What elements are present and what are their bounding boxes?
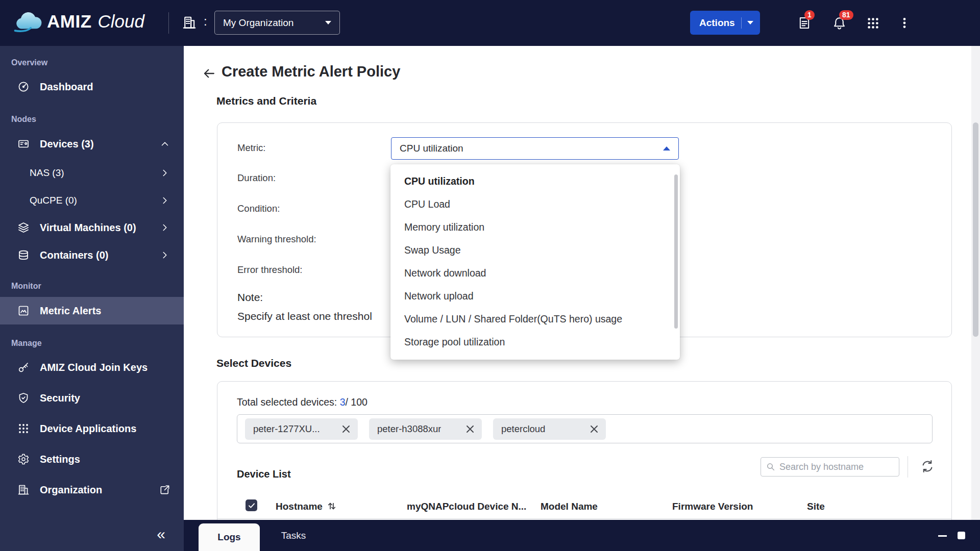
dropdown-option[interactable]: CPU Load — [390, 193, 680, 216]
device-chip: peter-h3088xur — [369, 418, 482, 440]
metric-dropdown-menu: CPU utilization CPU Load Memory utilizat… — [390, 164, 680, 360]
dropdown-scrollbar-thumb[interactable] — [674, 174, 678, 329]
top-bar: AMIZCloud : My Organization Actions 1 81 — [0, 0, 980, 46]
chip-remove-icon[interactable] — [589, 424, 599, 434]
sidebar-section-manage: Manage — [11, 339, 42, 348]
sidebar-item-devices[interactable]: Devices (3) — [0, 131, 184, 157]
dropdown-option[interactable]: CPU utilization — [390, 170, 680, 193]
sort-icon[interactable] — [326, 500, 338, 512]
more-menu-button[interactable] — [894, 13, 915, 33]
metric-select[interactable]: CPU utilization — [391, 137, 679, 160]
containers-icon — [17, 249, 30, 261]
key-icon — [17, 361, 30, 373]
notifications-badge: 81 — [839, 10, 853, 20]
sidebar-item-settings[interactable]: Settings — [0, 446, 184, 472]
bottom-panel: Logs Tasks — [184, 520, 980, 551]
hostname-search[interactable] — [761, 457, 899, 477]
expand-panel-button[interactable] — [958, 532, 965, 539]
apps-grid-icon — [866, 16, 880, 30]
note-text: Specify at least one threshol — [237, 310, 391, 322]
dropdown-option[interactable]: Swap Usage — [390, 239, 680, 262]
sidebar-item-nas[interactable]: NAS (3) — [0, 160, 184, 186]
device-chip-label: peter-1277XU... — [253, 423, 320, 435]
sidebar: Overview Dashboard Nodes Devices (3) NAS… — [0, 46, 184, 551]
cloud-logo-icon — [12, 10, 42, 33]
page-title: Create Metric Alert Policy — [222, 63, 400, 80]
device-table-header: Hostname myQNAPcloud Device N... Model N… — [217, 495, 951, 519]
sidebar-item-label: AMIZ Cloud Join Keys — [40, 362, 148, 373]
organization-selector[interactable]: My Organization — [214, 11, 340, 35]
column-myqnapcloud-name: myQNAPcloud Device N... — [407, 501, 526, 512]
external-link-icon — [159, 484, 170, 496]
organization-icon — [17, 484, 30, 496]
devices-icon — [17, 138, 30, 150]
org-colon: : — [204, 14, 207, 29]
dropdown-option[interactable]: Network download — [390, 262, 680, 285]
device-chip-label: peter-h3088xur — [377, 423, 441, 435]
sidebar-section-monitor: Monitor — [11, 282, 41, 291]
device-chip: peter-1277XU... — [245, 418, 358, 440]
scrollbar-track[interactable] — [971, 46, 980, 520]
metric-select-value: CPU utilization — [400, 143, 663, 154]
sidebar-item-virtual-machines[interactable]: Virtual Machines (0) — [0, 215, 184, 240]
chip-remove-icon[interactable] — [341, 424, 351, 434]
tab-logs[interactable]: Logs — [199, 523, 260, 551]
selected-count: 3 — [340, 396, 346, 408]
duration-label: Duration: — [237, 172, 276, 184]
kebab-menu-icon — [898, 16, 911, 30]
chevron-up-icon — [663, 146, 670, 151]
shield-icon — [17, 392, 30, 404]
tab-tasks-label: Tasks — [281, 530, 306, 541]
sidebar-item-containers[interactable]: Containers (0) — [0, 242, 184, 268]
tab-logs-label: Logs — [217, 532, 240, 543]
chip-remove-icon[interactable] — [465, 424, 475, 434]
sidebar-item-label: Metric Alerts — [40, 305, 101, 317]
apps-menu-button[interactable] — [863, 13, 883, 33]
select-all-checkbox[interactable] — [246, 499, 257, 511]
column-site: Site — [807, 501, 825, 512]
whats-new-button[interactable]: 1 — [794, 13, 815, 33]
back-button[interactable] — [202, 66, 216, 81]
device-list-title: Device List — [237, 468, 291, 480]
metric-alerts-icon — [17, 305, 30, 317]
warning-threshold-label: Warning threshold: — [237, 234, 316, 245]
select-devices-section-title: Select Devices — [216, 357, 291, 369]
sidebar-item-dashboard[interactable]: Dashboard — [0, 74, 184, 99]
minimize-panel-button[interactable] — [938, 535, 947, 537]
scrollbar-thumb[interactable] — [973, 122, 978, 337]
sidebar-item-security[interactable]: Security — [0, 385, 184, 411]
notifications-button[interactable]: 81 — [829, 13, 849, 33]
device-chip: petercloud — [493, 418, 606, 440]
refresh-button[interactable] — [920, 459, 936, 475]
sidebar-item-join-keys[interactable]: AMIZ Cloud Join Keys — [0, 355, 184, 380]
dropdown-option[interactable]: Memory utilization — [390, 216, 680, 239]
sidebar-collapse-button[interactable]: « — [157, 527, 165, 542]
dashboard-icon — [17, 81, 30, 93]
sidebar-item-organization[interactable]: Organization — [0, 477, 184, 503]
dropdown-option[interactable]: Volume / LUN / Shared Folder(QuTS hero) … — [390, 308, 680, 331]
chevron-down-icon — [747, 21, 753, 24]
select-devices-card: Total selected devices: 3/ 100 peter-127… — [217, 381, 952, 520]
actions-button[interactable]: Actions — [690, 11, 760, 35]
amiz-cloud-logo: AMIZCloud — [12, 10, 144, 33]
total-selected-label: Total selected devices: — [237, 396, 337, 408]
tab-tasks[interactable]: Tasks — [265, 520, 322, 551]
logo-text-cloud: Cloud — [98, 11, 144, 32]
total-selected-devices: Total selected devices: 3/ 100 — [237, 396, 368, 408]
dropdown-option[interactable]: Storage pool utilization — [390, 331, 680, 354]
logo-text-amiz: AMIZ — [47, 11, 92, 32]
sidebar-item-metric-alerts[interactable]: Metric Alerts — [0, 297, 184, 324]
sidebar-item-device-applications[interactable]: Device Applications — [0, 416, 184, 441]
main-content: Create Metric Alert Policy Metrics and C… — [184, 46, 980, 520]
actions-divider — [741, 17, 742, 29]
sidebar-item-label: Settings — [40, 454, 80, 465]
search-input[interactable] — [779, 462, 898, 472]
sidebar-item-qucpe[interactable]: QuCPE (0) — [0, 188, 184, 213]
column-model-name: Model Name — [541, 501, 598, 512]
selected-device-chips: peter-1277XU... peter-h3088xur peterclou… — [237, 414, 933, 443]
column-firmware-version: Firmware Version — [672, 501, 753, 512]
sidebar-item-label: Device Applications — [40, 423, 136, 435]
chevron-up-icon — [159, 138, 170, 149]
sidebar-item-label: Containers (0) — [40, 249, 108, 261]
dropdown-option[interactable]: Network upload — [390, 285, 680, 308]
